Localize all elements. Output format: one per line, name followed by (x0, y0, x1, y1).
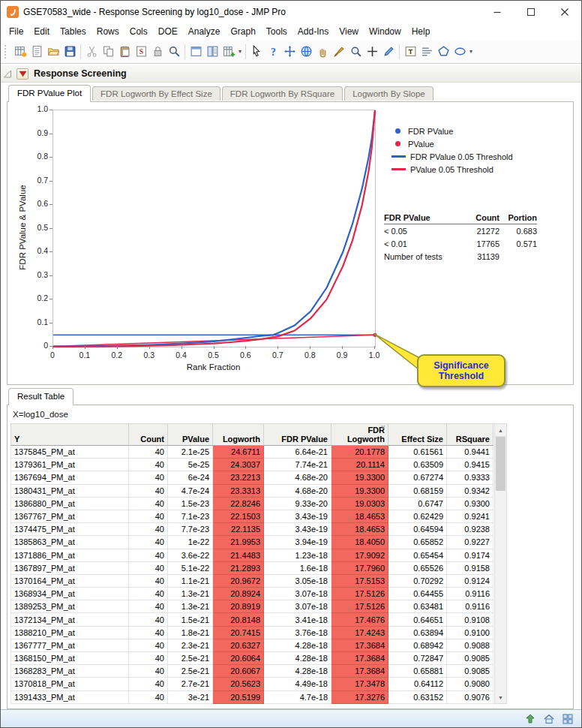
table-cell[interactable]: 0.9441 (447, 446, 494, 459)
table-cell[interactable]: 24.6711 (213, 446, 264, 459)
table-cell[interactable]: 20.6064 (213, 652, 264, 665)
table-cell[interactable]: 3.05e-18 (264, 575, 332, 588)
table-cell[interactable]: 5e-25 (168, 459, 213, 471)
table-cell[interactable]: 2.7e-21 (168, 678, 213, 690)
run-script-icon[interactable]: S (133, 44, 149, 60)
table-cell[interactable]: 0.61561 (388, 446, 447, 459)
table-cell[interactable]: 22.8246 (213, 498, 264, 510)
table-cell[interactable]: 40 (129, 523, 168, 536)
table-row[interactable]: 1379361_PM_at405e-2524.30377.74e-2120.11… (10, 459, 494, 471)
table-cell[interactable]: 6e-24 (168, 471, 213, 484)
table-cell[interactable]: 20.8924 (213, 588, 264, 600)
table-cell[interactable]: 1.3e-21 (168, 588, 213, 600)
menu-item-cols[interactable]: Cols (124, 25, 153, 38)
table-cell[interactable]: 1e-22 (168, 536, 213, 549)
table-cell[interactable]: 1367897_PM_at (10, 562, 129, 575)
significance-threshold-callout[interactable]: Significance Threshold (417, 354, 506, 387)
table-row[interactable]: 1380431_PM_at404.7e-2423.33134.68e-2019.… (10, 485, 494, 498)
table-cell[interactable]: 40 (129, 627, 168, 639)
table-cell[interactable]: 1370164_PM_at (10, 575, 129, 588)
table-cell[interactable]: 18.4653 (332, 523, 388, 536)
table-cell[interactable]: 1386880_PM_at (10, 498, 129, 510)
menu-item-analyze[interactable]: Analyze (183, 25, 226, 38)
table-cell[interactable]: 0.9100 (447, 627, 494, 639)
table-row[interactable]: 1371886_PM_at403.6e-2221.44831.23e-1817.… (10, 549, 494, 562)
table-cell[interactable]: 1371886_PM_at (10, 549, 129, 562)
table-cell[interactable]: 1388210_PM_at (10, 627, 129, 639)
table-cell[interactable]: 4.68e-20 (264, 471, 332, 484)
scrollbar-up-icon[interactable]: ▲ (495, 424, 506, 437)
table-cell[interactable]: 5.1e-22 (168, 562, 213, 575)
toolbar-grip[interactable] (4, 45, 9, 59)
table-cell[interactable]: 0.9085 (447, 652, 494, 665)
table-cell[interactable]: 7.74e-21 (264, 459, 332, 471)
table-cell[interactable]: 40 (129, 510, 168, 523)
table-cell[interactable]: 20.9672 (213, 575, 264, 588)
table-cell[interactable]: 19.0303 (332, 498, 388, 510)
table-cell[interactable]: 2.5e-21 (168, 665, 213, 678)
table-cell[interactable]: 17.3478 (332, 678, 388, 690)
table-scrollbar[interactable]: ▲ ▼ (494, 423, 507, 704)
table-cell[interactable]: 17.3276 (332, 691, 388, 704)
column-header-fdr-pvalue[interactable]: FDR PValue (264, 423, 332, 446)
table-cell[interactable]: 1.6e-18 (264, 562, 332, 575)
menu-item-rows[interactable]: Rows (92, 25, 124, 38)
globe-icon[interactable] (298, 44, 314, 60)
annotate-icon[interactable]: T (402, 44, 418, 60)
tab-fdr-logworth-by-rsquare[interactable]: FDR Logworth By RSquare (222, 86, 343, 101)
table-cell[interactable]: 0.72847 (388, 652, 447, 665)
table-cell[interactable]: 4.28e-18 (264, 652, 332, 665)
table-cell[interactable]: 0.67274 (388, 471, 447, 484)
table-cell[interactable]: 1389253_PM_at (10, 600, 129, 613)
table-cell[interactable]: 0.9124 (447, 575, 494, 588)
table-cell[interactable]: 19.3300 (332, 485, 388, 498)
table-cell[interactable]: 40 (129, 639, 168, 652)
table-cell[interactable]: 40 (129, 588, 168, 600)
add-columns-icon[interactable] (220, 44, 237, 60)
table-row[interactable]: 1367694_PM_at406e-2423.22134.68e-2019.33… (10, 471, 494, 484)
menu-item-file[interactable]: File (4, 25, 28, 38)
table-cell[interactable]: 0.9342 (447, 485, 494, 498)
table-cell[interactable]: 0.68942 (388, 639, 447, 652)
column-header-fdr-logworth[interactable]: FDR Logworth∨ (332, 423, 388, 446)
table-cell[interactable]: 40 (129, 549, 168, 562)
cursor-icon[interactable] (248, 44, 265, 60)
table-cell[interactable]: 0.65454 (388, 549, 447, 562)
table-cell[interactable]: 0.9116 (447, 588, 494, 600)
menu-item-add-ins[interactable]: Add-Ins (292, 25, 334, 38)
table-cell[interactable]: 0.70292 (388, 575, 447, 588)
table-cell[interactable]: 40 (129, 678, 168, 690)
table-cell[interactable]: 23.2213 (213, 471, 264, 484)
window-grid-icon[interactable] (562, 713, 574, 725)
table-cell[interactable]: 40 (129, 562, 168, 575)
table-cell[interactable]: 1367777_PM_at (10, 639, 129, 652)
table-row[interactable]: 1367767_PM_at407.1e-2322.15033.43e-1918.… (10, 510, 494, 523)
table-cell[interactable]: 17.3684 (332, 652, 388, 665)
table-cell[interactable]: 3.07e-18 (264, 600, 332, 613)
table-cell[interactable]: 0.63509 (388, 459, 447, 471)
table-row[interactable]: 1368283_PM_at402.5e-2120.60674.28e-1817.… (10, 665, 494, 678)
table-cell[interactable]: 21.9953 (213, 536, 264, 549)
table-cell[interactable]: 1375845_PM_at (10, 446, 129, 459)
cut-icon[interactable] (83, 44, 100, 60)
table-cell[interactable]: 20.7415 (213, 627, 264, 639)
table-cell[interactable]: 0.9158 (447, 562, 494, 575)
table-row[interactable]: 1368934_PM_at401.3e-2120.89243.07e-1817.… (10, 588, 494, 600)
disclosure-triangle-icon[interactable] (3, 68, 13, 79)
red-triangle-menu-button[interactable] (16, 68, 28, 80)
new-data-table-icon[interactable] (12, 44, 28, 60)
table-cell[interactable]: 40 (129, 652, 168, 665)
search-icon[interactable] (166, 44, 182, 60)
table-cell[interactable]: 0.65881 (388, 665, 447, 678)
minimize-button[interactable] (480, 1, 514, 23)
table-cell[interactable]: 0.64112 (388, 678, 447, 690)
legend-item-fdr-pvalue-0-05-threshold[interactable]: FDR PValue 0.05 Threshold (392, 150, 513, 163)
column-header-y[interactable]: Y (10, 423, 129, 446)
table-cell[interactable]: 40 (129, 471, 168, 484)
table-cell[interactable]: 4.7e-24 (168, 485, 213, 498)
table-cell[interactable]: 1379361_PM_at (10, 459, 129, 471)
table-cell[interactable]: 0.9076 (447, 691, 494, 704)
table-cell[interactable]: 40 (129, 575, 168, 588)
table-cell[interactable]: 0.9227 (447, 536, 494, 549)
table-cell[interactable]: 40 (129, 536, 168, 549)
